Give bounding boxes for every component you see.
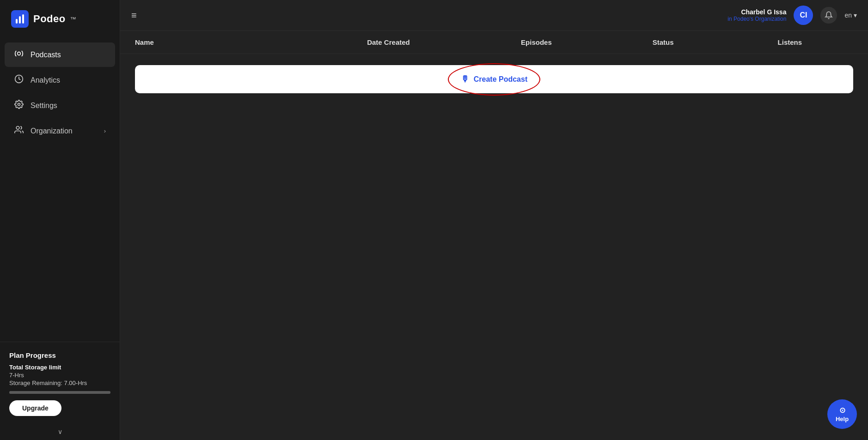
microphone-icon: 🎙 [461, 74, 469, 84]
logo[interactable]: Podeo ™ [0, 0, 120, 38]
svg-point-2 [18, 103, 20, 106]
hamburger-menu-icon[interactable]: ≡ [131, 10, 137, 21]
column-header-listens: Listens [727, 38, 853, 46]
user-org-prefix: in [727, 16, 734, 22]
sidebar-item-label-settings: Settings [31, 102, 57, 110]
logo-trademark: ™ [70, 16, 76, 23]
table-body: 🎙 Create Podcast [120, 54, 868, 440]
svg-point-3 [16, 127, 19, 130]
sidebar-item-label-analytics: Analytics [31, 76, 60, 84]
user-name: Charbel G Issa [727, 8, 786, 16]
storage-value: 7-Hrs [9, 372, 110, 379]
user-info: Charbel G Issa in Podeo's Organization [727, 8, 786, 22]
help-icon: ⊙ [839, 406, 845, 415]
logo-bar-3 [22, 14, 24, 24]
bell-icon[interactable] [820, 7, 837, 24]
language-selector[interactable]: en ▾ [844, 12, 857, 19]
storage-label: Total Storage limit [9, 364, 110, 371]
logo-text: Podeo [33, 13, 66, 25]
logo-bar-1 [16, 19, 18, 24]
column-header-date-created: Date Created [304, 38, 473, 46]
sidebar-nav: Podcasts Analytics Settings [0, 38, 120, 342]
help-button[interactable]: ⊙ Help [827, 399, 857, 429]
organization-icon [14, 125, 24, 137]
podcast-icon [14, 49, 24, 60]
create-podcast-label: Create Podcast [474, 75, 528, 84]
column-header-episodes: Episodes [473, 38, 599, 46]
sidebar-item-podcasts[interactable]: Podcasts [5, 42, 115, 67]
sidebar-item-organization[interactable]: Organization › [5, 119, 115, 143]
plan-progress-title: Plan Progress [9, 351, 110, 359]
lang-chevron-icon: ▾ [854, 12, 857, 19]
avatar[interactable]: CI [794, 6, 813, 25]
help-label: Help [836, 416, 849, 422]
header: ≡ Charbel G Issa in Podeo's Organization… [120, 0, 868, 31]
logo-bars [16, 14, 24, 24]
sidebar: Podeo ™ Podcasts Analytics [0, 0, 120, 440]
table-header: Name Date Created Episodes Status Listen… [120, 31, 868, 54]
analytics-icon [14, 74, 24, 86]
column-header-name: Name [135, 38, 304, 46]
lang-label: en [844, 12, 852, 19]
sidebar-collapse-chevron[interactable]: ∨ [0, 423, 120, 440]
sidebar-item-label-organization: Organization [31, 127, 73, 135]
organization-chevron-icon: › [104, 127, 106, 134]
settings-icon [14, 100, 24, 111]
column-header-status: Status [600, 38, 727, 46]
progress-bar-bg [9, 391, 110, 394]
plan-progress-section: Plan Progress Total Storage limit 7-Hrs … [0, 342, 120, 423]
sidebar-item-settings[interactable]: Settings [5, 93, 115, 118]
create-podcast-button[interactable]: 🎙 Create Podcast [461, 74, 528, 84]
upgrade-button[interactable]: Upgrade [9, 400, 61, 416]
main-content: ≡ Charbel G Issa in Podeo's Organization… [120, 0, 868, 440]
header-left: ≡ [131, 10, 137, 21]
sidebar-item-analytics[interactable]: Analytics [5, 68, 115, 92]
user-org: in Podeo's Organization [727, 16, 786, 22]
svg-point-0 [18, 52, 21, 55]
logo-bar-2 [19, 16, 21, 24]
create-podcast-row[interactable]: 🎙 Create Podcast [135, 65, 853, 93]
sidebar-item-label-podcasts: Podcasts [31, 51, 61, 59]
logo-icon [11, 10, 29, 28]
header-right: Charbel G Issa in Podeo's Organization C… [727, 6, 857, 25]
user-org-name[interactable]: Podeo's Organization [734, 16, 786, 22]
progress-bar-fill [9, 391, 110, 394]
storage-remaining: Storage Remaining: 7.00-Hrs [9, 380, 110, 386]
